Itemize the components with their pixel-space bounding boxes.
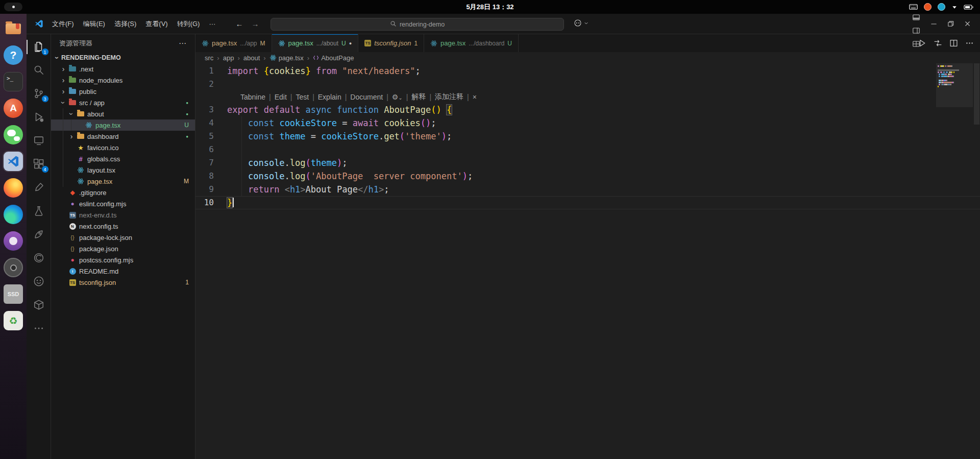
tree-item-node_modules[interactable]: › node_modules xyxy=(51,75,195,86)
system-clock[interactable]: 5月28日 13：32 xyxy=(466,0,513,14)
activitybar-github[interactable] xyxy=(27,270,51,294)
menu-more[interactable]: ··· xyxy=(204,17,220,31)
vscode-window: 文件(F)编辑(E)选择(S)查看(V)转到(G)··· ← → renderi… xyxy=(27,14,980,459)
activitybar-source-control[interactable]: 3 xyxy=(27,82,51,106)
dock-screenshot-tool[interactable] xyxy=(3,257,24,278)
code-editor[interactable]: 1 import {cookies} from "next/headers"; … xyxy=(195,63,980,459)
activitybar-package[interactable] xyxy=(27,294,51,317)
dock-firefox[interactable] xyxy=(3,177,24,199)
tree-item-.next[interactable]: › .next xyxy=(51,63,195,75)
codelens-test[interactable]: Test xyxy=(296,93,309,101)
window-restore-button[interactable] xyxy=(943,17,958,31)
dock-wechat[interactable] xyxy=(3,124,24,146)
activitybar-remote-explorer[interactable] xyxy=(27,129,51,153)
recording-icon[interactable] xyxy=(924,3,932,11)
arrow-down-icon[interactable] xyxy=(951,4,958,10)
tree-item-eslint.config.mjs[interactable]: › ● eslint.config.mjs xyxy=(51,198,195,209)
activitybar-brush[interactable] xyxy=(27,176,51,200)
keyboard-icon[interactable] xyxy=(909,3,918,11)
codelens-explain[interactable]: Explain xyxy=(318,93,341,101)
activitybar-explorer[interactable]: 1 xyxy=(27,35,51,59)
breadcrumb-page.tsx[interactable]: page.tsx xyxy=(270,54,304,62)
tab-page.tsx[interactable]: page.tsx .../about U ● xyxy=(272,34,359,52)
command-center[interactable]: rendering-demo xyxy=(271,18,564,31)
project-section-header[interactable]: › RENDERING-DEMO xyxy=(51,52,195,63)
dock-ssd-disk[interactable]: SSD xyxy=(3,283,24,305)
dirty-dot-icon[interactable]: ● xyxy=(349,41,352,46)
tree-item-next-env.d.ts[interactable]: › TS next-env.d.ts xyxy=(51,209,195,221)
activitybar-extensions[interactable]: 4 xyxy=(27,153,51,176)
window-minimize-button[interactable] xyxy=(926,17,941,31)
tree-item-page.tsx[interactable]: › page.tsx M xyxy=(51,176,195,187)
copilot-button[interactable] xyxy=(574,19,589,27)
info-icon: i xyxy=(67,267,78,275)
tree-item-package-lock.json[interactable]: › {} package-lock.json xyxy=(51,232,195,243)
activitybar-search[interactable] xyxy=(27,59,51,82)
tree-item-dashboard[interactable]: › dashboard ● xyxy=(51,131,195,142)
tree-item-package.json[interactable]: › {} package.json xyxy=(51,243,195,254)
workspace-indicator[interactable] xyxy=(4,3,22,11)
breadcrumb-AboutPage[interactable]: AboutPage xyxy=(313,54,354,62)
activitybar-devtools[interactable] xyxy=(27,247,51,270)
battery-icon[interactable] xyxy=(964,4,974,11)
menu-S[interactable]: 选择(S) xyxy=(110,17,141,31)
vscode-logo-icon xyxy=(35,19,43,28)
menu-F[interactable]: 文件(F) xyxy=(47,17,79,31)
tree-item-globals.css[interactable]: › # globals.css xyxy=(51,153,195,164)
git-dot-icon: ● xyxy=(186,101,188,105)
codelens-添加注释[interactable]: 添加注释 xyxy=(435,92,463,102)
codelens-tabnine[interactable]: Tabnine xyxy=(240,93,265,101)
codelens-解释[interactable]: 解释 xyxy=(411,92,426,102)
tab-label: page.tsx xyxy=(440,39,465,47)
menu-V[interactable]: 查看(V) xyxy=(141,17,172,31)
window-close-button[interactable] xyxy=(960,17,975,31)
tree-item-label: globals.css xyxy=(87,155,120,163)
breadcrumb-about[interactable]: about xyxy=(243,54,260,62)
codelens-gear-icon[interactable]: ⚙⌄ xyxy=(392,93,403,101)
dock-vscode[interactable] xyxy=(3,151,24,172)
tree-item-README.md[interactable]: › i README.md xyxy=(51,265,195,277)
activitybar-more[interactable] xyxy=(27,317,51,341)
breadcrumb-app[interactable]: app xyxy=(223,54,234,62)
dock-help[interactable]: ? xyxy=(3,44,24,66)
sidebar-more-button[interactable]: ⋯ xyxy=(179,39,187,48)
dock-app-center[interactable]: A xyxy=(3,98,24,119)
editor-scrollbar[interactable] xyxy=(974,63,979,125)
dock-recycle-bin[interactable]: ♻ xyxy=(3,310,24,331)
tab-tsconfig.json[interactable]: TS tsconfig.json 1 xyxy=(358,34,424,52)
activitybar-testing[interactable] xyxy=(27,200,51,223)
dock-edge[interactable] xyxy=(3,204,24,225)
menu-E[interactable]: 编辑(E) xyxy=(79,17,110,31)
dock-purple-app[interactable] xyxy=(3,230,24,252)
line-number: 9 xyxy=(195,183,227,196)
tab-page.tsx[interactable]: page.tsx .../app M xyxy=(195,34,272,52)
tree-item-.gitignore[interactable]: › ◆ .gitignore xyxy=(51,187,195,198)
back-icon[interactable]: ← xyxy=(235,19,243,28)
tree-item-public[interactable]: › public xyxy=(51,86,195,97)
toggle-secondary-sidebar-button[interactable] xyxy=(909,24,923,37)
network-app-icon[interactable] xyxy=(938,3,945,11)
codelens-close-icon[interactable]: × xyxy=(473,93,477,101)
tree-item-page.tsx[interactable]: › page.tsx U xyxy=(51,119,195,131)
tree-item-label: tsconfig.json xyxy=(79,279,116,286)
menu-G[interactable]: 转到(G) xyxy=(173,17,205,31)
breadcrumb-src[interactable]: src xyxy=(205,54,213,62)
minimap[interactable] xyxy=(936,65,973,87)
customize-layout-button[interactable] xyxy=(909,37,923,51)
codelens-document[interactable]: Document xyxy=(350,93,383,101)
tab-page.tsx[interactable]: page.tsx .../dashboard U xyxy=(424,34,519,52)
tree-item-favicon.ico[interactable]: › ★ favicon.ico xyxy=(51,142,195,153)
tree-item-about[interactable]: › about ● xyxy=(51,108,195,119)
tree-item-layout.tsx[interactable]: › layout.tsx xyxy=(51,164,195,176)
activitybar-rocket[interactable] xyxy=(27,223,51,247)
tree-item-next.config.ts[interactable]: › N next.config.ts xyxy=(51,221,195,232)
forward-icon[interactable]: → xyxy=(251,19,259,28)
activitybar-run-debug[interactable] xyxy=(27,106,51,129)
devtools-icon xyxy=(33,252,44,265)
codelens-edit[interactable]: Edit xyxy=(275,93,287,101)
tree-item-src/app[interactable]: › src / app ● xyxy=(51,97,195,108)
dock-file-manager[interactable] xyxy=(3,18,24,39)
dock-terminal[interactable]: >_ xyxy=(3,71,24,92)
tree-item-tsconfig.json[interactable]: › TS tsconfig.json 1 xyxy=(51,277,195,288)
tree-item-postcss.config.mjs[interactable]: › ● postcss.config.mjs xyxy=(51,254,195,265)
